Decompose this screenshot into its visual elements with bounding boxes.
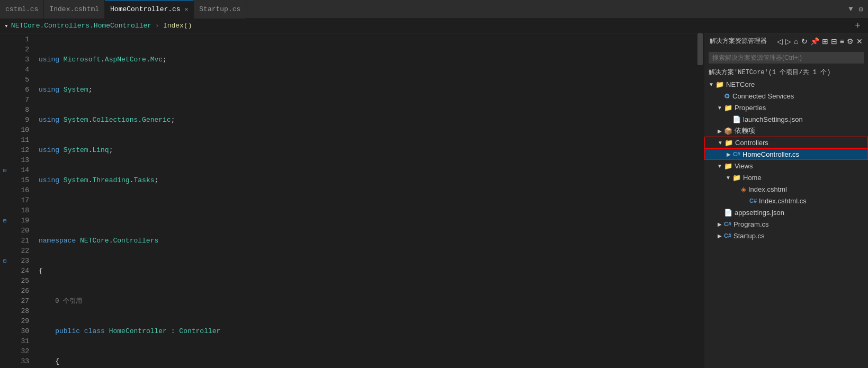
sidebar-forward-button[interactable]: ▷	[785, 37, 791, 46]
tab-cstml[interactable]: cstml.cs	[0, 0, 44, 19]
tab-home[interactable]: HomeController.cs ✕	[105, 0, 194, 19]
code-area[interactable]: using Microsoft.AspNetCore.Mvc; using Sy…	[33, 33, 696, 368]
tab-home-close[interactable]: ✕	[185, 6, 189, 13]
sidebar-filter-button[interactable]: ≡	[840, 37, 844, 46]
tree-icon-launch: 📄	[732, 115, 741, 123]
tree-icon-startup: C#	[724, 232, 731, 239]
tree-arrow-netcore: ▼	[707, 82, 715, 87]
tree-icon-ctrl: 📁	[724, 139, 733, 147]
tree-icon-netcore: 📁	[715, 80, 724, 88]
editor-container: ⊟ ⊟ ⊟ 12345 678910 1112131415 1617181920…	[0, 33, 704, 368]
tree-properties[interactable]: ▼ 📁 Properties	[704, 102, 868, 113]
solution-label: 解决方案'NETCore'(1 个项目/共 1 个)	[704, 66, 868, 78]
sidebar-pin-button[interactable]: 📌	[810, 37, 819, 46]
tree-launchsettings[interactable]: 📄 launchSettings.json	[704, 113, 868, 125]
tree-label-netcore: NETCore	[726, 80, 755, 88]
tree-program[interactable]: ▶ C# Program.cs	[704, 218, 868, 230]
gutter-collapse-1[interactable]: ⊟	[3, 165, 6, 175]
tree-arrow-deps: ▶	[715, 128, 724, 134]
tree-label-views: Views	[735, 162, 753, 170]
tab-startup[interactable]: Startup.cs	[194, 0, 246, 19]
tree-arrow-props: ▼	[715, 105, 724, 111]
tree-connected-services[interactable]: ⚙ Connected Services	[704, 90, 868, 102]
tree-label-ctrl: Controllers	[735, 139, 768, 147]
tab-bar: cstml.cs Index.cshtml HomeController.cs …	[0, 0, 868, 19]
gutter-collapse-3[interactable]: ⊟	[3, 256, 6, 266]
breadcrumb: ▾ NETCore.Controllers.HomeController › I…	[0, 19, 868, 33]
sidebar-back-button[interactable]: ◁	[777, 37, 783, 46]
breadcrumb-sep: ›	[155, 22, 159, 30]
tree-label-deps: 依赖项	[735, 126, 755, 136]
tree-label-launch: launchSettings.json	[743, 115, 803, 123]
tree-icon-connected: ⚙	[724, 92, 730, 100]
search-input[interactable]	[709, 52, 864, 64]
tree-arrow-startup: ▶	[715, 233, 724, 239]
tree-icon-app: 📄	[724, 209, 732, 217]
sidebar-header: 解决方案资源管理器 ◁ ▷ ⌂ ↻ 📌 ⊞ ⊟ ≡ ⚙ ✕	[704, 33, 868, 49]
tree-label-idx: Index.cshtml	[748, 185, 787, 193]
tree-appsettings[interactable]: 📄 appsettings.json	[704, 207, 868, 218]
tree-icon-props: 📁	[724, 104, 732, 112]
tree-dependencies[interactable]: ▶ 📦 依赖项	[704, 125, 868, 137]
scrollbar-thumb[interactable]	[697, 33, 703, 65]
tree-homecontroller[interactable]: ▶ C# HomeController.cs	[704, 148, 868, 160]
tree-label-prog: Program.cs	[733, 220, 768, 228]
tree-arrow-prog: ▶	[715, 221, 724, 227]
tab-index[interactable]: Index.cshtml	[44, 0, 105, 19]
tree-index-cshtml-cs[interactable]: C# Index.cshtml.cs	[704, 195, 868, 207]
tree-icon-prog: C#	[724, 221, 731, 227]
sidebar-actions: ◁ ▷ ⌂ ↻ 📌 ⊞ ⊟ ≡ ⚙ ✕	[777, 37, 863, 46]
tree-arrow-launch	[724, 116, 732, 122]
tree-arrow-home: ▼	[724, 175, 732, 181]
tree-label-hc: HomeController.cs	[742, 150, 799, 158]
tree-startup[interactable]: ▶ C# Startup.cs	[704, 230, 868, 241]
tree-icon-views: 📁	[724, 162, 732, 170]
tree-arrow-connected	[715, 93, 724, 99]
tree-arrow-idxcs	[741, 198, 749, 204]
tree-label-idxcs: Index.cshtml.cs	[759, 197, 807, 205]
sidebar-refresh-button[interactable]: ↻	[801, 37, 808, 46]
tree-label-connected: Connected Services	[732, 92, 794, 100]
tree-arrow-ctrl: ▼	[716, 140, 724, 146]
sidebar-tree: ▼ 📁 NETCore ⚙ Connected Services ▼ 📁 Pro…	[704, 78, 868, 368]
tree-icon-home: 📁	[732, 174, 741, 182]
tree-label-props: Properties	[735, 104, 766, 112]
tree-icon-idxcs: C#	[749, 198, 757, 204]
tree-index-cshtml[interactable]: ◈ Index.cshtml	[704, 183, 868, 195]
breadcrumb-namespace[interactable]: NETCore.Controllers.HomeController	[11, 22, 151, 30]
gutter-collapse-2[interactable]: ⊟	[3, 216, 6, 226]
sidebar-search-bar	[704, 49, 868, 66]
tree-arrow-app	[715, 210, 724, 216]
tree-views[interactable]: ▼ 📁 Views	[704, 160, 868, 172]
breadcrumb-file: ▾	[4, 22, 8, 30]
sidebar-home-button[interactable]: ⌂	[794, 37, 798, 46]
sidebar-settings-button[interactable]: ⚙	[847, 37, 854, 46]
sidebar-close-button[interactable]: ✕	[856, 37, 863, 46]
solution-explorer: 解决方案资源管理器 ◁ ▷ ⌂ ↻ 📌 ⊞ ⊟ ≡ ⚙ ✕ 解决方案'NETCo…	[704, 33, 868, 368]
sidebar-collapse-button[interactable]: ⊟	[831, 37, 837, 46]
tree-label-app: appsettings.json	[735, 209, 784, 217]
tree-controllers[interactable]: ▼ 📁 Controllers	[704, 137, 868, 148]
breadcrumb-method[interactable]: Index()	[163, 22, 192, 30]
tree-arrow-idx	[732, 186, 741, 192]
sidebar-expand-button[interactable]: ⊞	[822, 37, 828, 46]
tab-startup-label: Startup.cs	[199, 5, 240, 13]
tree-icon-hc: C#	[733, 151, 740, 157]
tab-cstml-label: cstml.cs	[5, 5, 38, 13]
tree-arrow-hc: ▶	[724, 151, 733, 157]
settings-button[interactable]: ⚙	[857, 4, 865, 15]
main-area: ⊟ ⊟ ⊟ 12345 678910 1112131415 1617181920…	[0, 33, 868, 368]
tree-icon-idx: ◈	[741, 185, 746, 193]
tree-home-folder[interactable]: ▼ 📁 Home	[704, 172, 868, 183]
tab-list-button[interactable]: ▼	[846, 4, 855, 14]
tab-home-label: HomeController.cs	[110, 5, 181, 13]
tree-label-home: Home	[743, 174, 762, 182]
tab-index-label: Index.cshtml	[49, 5, 99, 13]
tab-actions: ▼ ⚙	[844, 4, 868, 15]
vertical-scrollbar[interactable]	[696, 33, 704, 368]
add-file-button[interactable]: +	[855, 21, 861, 31]
sidebar-title: 解决方案资源管理器	[710, 37, 767, 46]
tree-netcore-project[interactable]: ▼ 📁 NETCore	[704, 78, 868, 90]
tree-arrow-views: ▼	[715, 163, 724, 169]
left-gutter: ⊟ ⊟ ⊟	[0, 33, 10, 368]
